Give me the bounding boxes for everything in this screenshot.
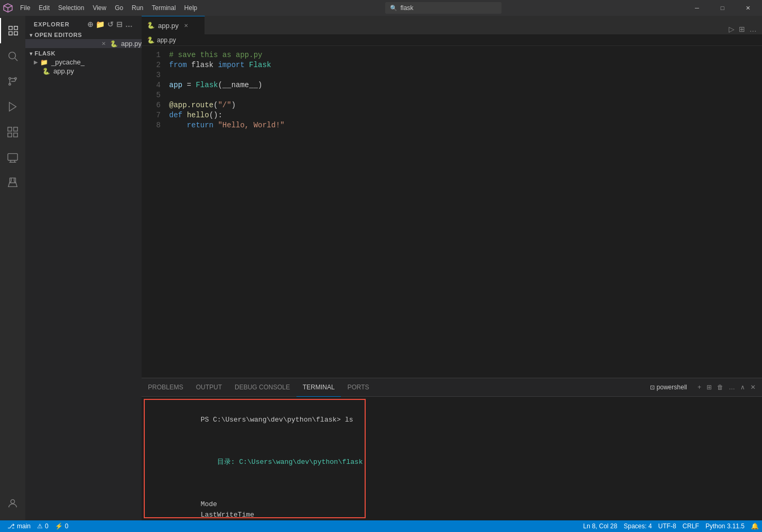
menu-help[interactable]: Help	[180, 0, 202, 16]
split-editor-button[interactable]: ⊞	[738, 24, 746, 34]
statusbar-spaces[interactable]: Spaces: 4	[620, 520, 655, 532]
code-line-3	[167, 70, 762, 80]
activity-run-debug[interactable]	[0, 94, 25, 119]
flask-app-py-label: app.py	[53, 67, 74, 75]
sidebar-collapse-icon[interactable]: ⊟	[116, 20, 123, 29]
flask-section: ▾ FLASK ▶ 📁 _pycache_ 🐍 app.py	[25, 49, 142, 76]
activity-search[interactable]	[0, 43, 25, 69]
terminal-blank-1	[151, 436, 358, 446]
panel: PROBLEMS OUTPUT DEBUG CONSOLE TERMINAL P…	[142, 378, 762, 520]
activity-testing[interactable]	[0, 170, 25, 195]
statusbar-branch-label: main	[17, 522, 31, 530]
statusbar-spaces-label: Spaces: 4	[624, 522, 652, 530]
pycache-folder[interactable]: ▶ 📁 _pycache_	[25, 58, 142, 67]
panel-delete-btn[interactable]: 🗑	[715, 382, 726, 392]
flask-app-py[interactable]: 🐍 app.py	[25, 67, 142, 76]
terminal-rest	[368, 397, 762, 520]
panel-maximize-btn[interactable]: ∧	[738, 382, 747, 392]
window-maximize-button[interactable]: □	[710, 0, 735, 16]
code-editor[interactable]: 1 2 3 4 5 6 7 8 # save this as app.py fr…	[142, 46, 762, 378]
svg-point-2	[9, 78, 11, 80]
menu-run[interactable]: Run	[127, 0, 147, 16]
panel-more-btn[interactable]: …	[727, 382, 737, 392]
panel-tab-output[interactable]: OUTPUT	[190, 378, 228, 397]
code-content[interactable]: # save this as app.py from flask import …	[167, 46, 762, 378]
tab-app-py[interactable]: 🐍 app.py ✕	[142, 16, 205, 34]
open-editors-header[interactable]: ▾ OPEN EDITORS	[25, 31, 142, 39]
code-line-6: @app.route("/")	[167, 100, 762, 110]
python-file-icon: 🐍	[110, 40, 118, 48]
panel-add-terminal-btn[interactable]: +	[695, 382, 703, 392]
statusbar-language[interactable]: Python 3.11.5	[702, 520, 748, 532]
terminal-dir: 目录: C:\Users\wang\dev\python\flask	[201, 458, 363, 466]
run-button[interactable]: ▷	[728, 24, 736, 34]
statusbar-encoding[interactable]: UTF-8	[655, 520, 680, 532]
statusbar-notifications[interactable]: 🔔	[748, 520, 762, 532]
sidebar-refresh-icon[interactable]: ↺	[107, 20, 114, 29]
menu-file[interactable]: File	[16, 0, 34, 16]
statusbar-warnings[interactable]: ⚡ 0	[52, 520, 72, 532]
statusbar-warnings-count: 0	[65, 522, 69, 530]
code-line-4: app = Flask(__name__)	[167, 80, 762, 90]
sidebar-header-actions: ⊕ 📁 ↺ ⊟ …	[87, 20, 133, 29]
panel-tab-debug-console[interactable]: DEBUG CONSOLE	[228, 378, 296, 397]
terminal-blank-2	[151, 478, 358, 489]
statusbar-errors[interactable]: ⚠ 0	[34, 520, 52, 532]
open-editor-close-icon[interactable]: ✕	[101, 41, 110, 46]
error-icon: ⚠	[37, 522, 43, 530]
terminal-lastwrite-header: LastWriteTime	[201, 511, 283, 518]
svg-marker-5	[10, 102, 16, 111]
svg-rect-7	[14, 127, 17, 131]
tab-python-icon: 🐍	[147, 22, 155, 29]
activity-explorer[interactable]	[0, 18, 25, 43]
panel-tab-terminal[interactable]: TERMINAL	[296, 378, 341, 397]
activity-bar	[0, 16, 25, 520]
activity-remote-explorer[interactable]	[0, 145, 25, 170]
more-actions-button[interactable]: …	[748, 24, 758, 34]
panel-tab-problems[interactable]: PROBLEMS	[142, 378, 190, 397]
pycache-chevron: ▶	[34, 59, 38, 65]
statusbar-position[interactable]: Ln 8, Col 28	[580, 520, 621, 532]
svg-point-14	[11, 500, 14, 503]
terminal-prompt-line: PS C:\Users\wang\dev\python\flask> ls	[151, 404, 358, 436]
statusbar-eol[interactable]: CRLF	[680, 520, 702, 532]
tab-actions: ▷ ⊞ …	[723, 24, 762, 34]
svg-rect-8	[8, 133, 12, 137]
sidebar-more-icon[interactable]: …	[125, 20, 133, 29]
pycache-label: _pycache_	[51, 58, 85, 66]
title-search-box[interactable]: 🔍 flask	[385, 2, 501, 14]
panel-split-btn[interactable]: ⊞	[704, 382, 714, 392]
statusbar-branch[interactable]: ⎇ main	[4, 520, 34, 532]
panel-right-actions: + ⊞ 🗑 … ∧ ✕	[691, 382, 762, 392]
terminal-highlighted[interactable]: PS C:\Users\wang\dev\python\flask> ls 目录…	[144, 399, 366, 518]
menu-selection[interactable]: Selection	[54, 0, 88, 16]
menu-terminal[interactable]: Terminal	[147, 0, 180, 16]
activity-account[interactable]	[0, 491, 25, 516]
menu-view[interactable]: View	[88, 0, 110, 16]
statusbar-errors-count: 0	[45, 522, 49, 530]
sidebar-new-folder-icon[interactable]: 📁	[96, 20, 105, 29]
tab-close-button[interactable]: ✕	[184, 23, 188, 29]
menu-go[interactable]: Go	[110, 0, 127, 16]
breadcrumb-file[interactable]: 🐍 app.py	[147, 36, 176, 44]
menu-bar: File Edit Selection View Go Run Terminal…	[16, 0, 201, 16]
statusbar-left: ⎇ main ⚠ 0 ⚡ 0	[0, 520, 76, 532]
code-line-1: # save this as app.py	[167, 50, 762, 60]
window-close-button[interactable]: ✕	[736, 0, 760, 16]
open-editors-chevron: ▾	[30, 32, 33, 38]
open-editor-filename: app.py	[121, 40, 142, 48]
flask-section-header[interactable]: ▾ FLASK	[25, 49, 142, 58]
statusbar: ⎇ main ⚠ 0 ⚡ 0 Ln 8, Col 28 Spaces: 4 UT…	[0, 520, 762, 532]
sidebar-new-file-icon[interactable]: ⊕	[87, 20, 94, 29]
open-editor-app-py[interactable]: ✕ 🐍 app.py	[25, 39, 142, 48]
menu-edit[interactable]: Edit	[34, 0, 54, 16]
window-minimize-button[interactable]: ─	[685, 0, 709, 16]
panel-tab-ports[interactable]: PORTS	[341, 378, 375, 397]
panel-close-btn[interactable]: ✕	[748, 382, 758, 392]
line-numbers: 1 2 3 4 5 6 7 8	[142, 46, 167, 378]
sidebar-title: EXPLORER ⊕ 📁 ↺ ⊟ …	[25, 16, 142, 31]
code-line-5	[167, 90, 762, 100]
code-line-8: return "Hello, World!"	[167, 120, 762, 130]
activity-extensions[interactable]	[0, 119, 25, 145]
activity-source-control[interactable]	[0, 69, 25, 94]
